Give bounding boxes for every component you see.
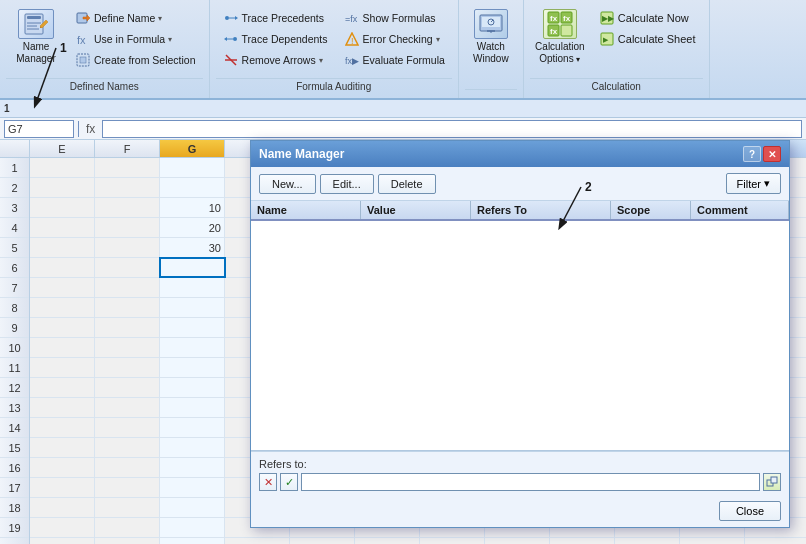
cell-J20[interactable]: [355, 538, 420, 544]
cell-O20[interactable]: [680, 538, 745, 544]
edit-button[interactable]: Edit...: [320, 174, 374, 194]
cell-G18[interactable]: [160, 498, 225, 517]
col-header-F[interactable]: F: [95, 140, 160, 157]
define-name-button[interactable]: Define Name ▾: [70, 8, 201, 28]
dialog-table-body[interactable]: [251, 221, 789, 451]
refers-to-x-button[interactable]: ✕: [259, 473, 277, 491]
cell-G11[interactable]: [160, 358, 225, 377]
cell-E17[interactable]: [30, 478, 95, 497]
dialog-close-button[interactable]: ✕: [763, 146, 781, 162]
calculate-sheet-button[interactable]: ▶ Calculate Sheet: [594, 29, 701, 49]
cell-F17[interactable]: [95, 478, 160, 497]
close-dialog-button[interactable]: Close: [719, 501, 781, 521]
error-checking-button[interactable]: ! Error Checking ▾: [339, 29, 450, 49]
cell-E3[interactable]: [30, 198, 95, 217]
cell-G4[interactable]: 20: [160, 218, 225, 237]
remove-arrows-button[interactable]: Remove Arrows ▾: [218, 50, 333, 70]
cell-E4[interactable]: [30, 218, 95, 237]
cell-G6[interactable]: [160, 258, 225, 277]
cell-E10[interactable]: [30, 338, 95, 357]
cell-G7[interactable]: [160, 278, 225, 297]
cell-G20[interactable]: [160, 538, 225, 544]
cell-G1[interactable]: [160, 158, 225, 177]
delete-button[interactable]: Delete: [378, 174, 436, 194]
cell-G5[interactable]: 30: [160, 238, 225, 257]
cell-I20[interactable]: [290, 538, 355, 544]
watch-window-button[interactable]: WatchWindow: [465, 4, 517, 70]
cell-G19[interactable]: [160, 518, 225, 537]
refers-to-expand-button[interactable]: [763, 473, 781, 491]
cell-G8[interactable]: [160, 298, 225, 317]
cell-E2[interactable]: [30, 178, 95, 197]
cell-F2[interactable]: [95, 178, 160, 197]
refers-to-input[interactable]: [301, 473, 760, 491]
cell-E18[interactable]: [30, 498, 95, 517]
cell-E8[interactable]: [30, 298, 95, 317]
cell-F18[interactable]: [95, 498, 160, 517]
cell-F11[interactable]: [95, 358, 160, 377]
cell-G17[interactable]: [160, 478, 225, 497]
refers-to-check-button[interactable]: ✓: [280, 473, 298, 491]
calculate-now-button[interactable]: ▶▶ Calculate Now: [594, 8, 701, 28]
formula-input[interactable]: [102, 120, 802, 138]
cell-L20[interactable]: [485, 538, 550, 544]
trace-dependents-button[interactable]: Trace Dependents: [218, 29, 333, 49]
cell-P20[interactable]: [745, 538, 806, 544]
new-button[interactable]: New...: [259, 174, 316, 194]
cell-M20[interactable]: [550, 538, 615, 544]
cell-F8[interactable]: [95, 298, 160, 317]
cell-E16[interactable]: [30, 458, 95, 477]
cell-F13[interactable]: [95, 398, 160, 417]
cell-F10[interactable]: [95, 338, 160, 357]
cell-E12[interactable]: [30, 378, 95, 397]
cell-N20[interactable]: [615, 538, 680, 544]
cell-F15[interactable]: [95, 438, 160, 457]
cell-E5[interactable]: [30, 238, 95, 257]
show-formulas-button[interactable]: =fx Show Formulas: [339, 8, 450, 28]
name-manager-button[interactable]: Name Manager: [6, 4, 66, 70]
cell-F4[interactable]: [95, 218, 160, 237]
cell-E20[interactable]: [30, 538, 95, 544]
filter-button[interactable]: Filter ▾: [726, 173, 781, 194]
calculation-options-button[interactable]: fx fx fx CalculationOptions ▾: [530, 4, 590, 70]
cell-E7[interactable]: [30, 278, 95, 297]
cell-G2[interactable]: [160, 178, 225, 197]
cell-F16[interactable]: [95, 458, 160, 477]
cell-F12[interactable]: [95, 378, 160, 397]
cell-E14[interactable]: [30, 418, 95, 437]
create-from-selection-button[interactable]: Create from Selection: [70, 50, 201, 70]
cell-F14[interactable]: [95, 418, 160, 437]
cell-F3[interactable]: [95, 198, 160, 217]
cell-G9[interactable]: [160, 318, 225, 337]
cell-G14[interactable]: [160, 418, 225, 437]
cell-F7[interactable]: [95, 278, 160, 297]
col-header-E[interactable]: E: [30, 140, 95, 157]
dialog-help-button[interactable]: ?: [743, 146, 761, 162]
cell-F9[interactable]: [95, 318, 160, 337]
cell-F1[interactable]: [95, 158, 160, 177]
cell-F5[interactable]: [95, 238, 160, 257]
cell-E9[interactable]: [30, 318, 95, 337]
cell-F20[interactable]: [95, 538, 160, 544]
cell-F6[interactable]: [95, 258, 160, 277]
cell-E1[interactable]: [30, 158, 95, 177]
name-box[interactable]: [4, 120, 74, 138]
cell-E11[interactable]: [30, 358, 95, 377]
use-in-formula-button[interactable]: fx Use in Formula ▾: [70, 29, 201, 49]
cell-G16[interactable]: [160, 458, 225, 477]
cell-G3[interactable]: 10: [160, 198, 225, 217]
cell-E6[interactable]: [30, 258, 95, 277]
col-header-G[interactable]: G: [160, 140, 225, 157]
cell-G12[interactable]: [160, 378, 225, 397]
cell-F19[interactable]: [95, 518, 160, 537]
evaluate-formula-button[interactable]: fx▶ Evaluate Formula: [339, 50, 450, 70]
cell-H20[interactable]: [225, 538, 290, 544]
cell-G15[interactable]: [160, 438, 225, 457]
cell-K20[interactable]: [420, 538, 485, 544]
cell-E13[interactable]: [30, 398, 95, 417]
cell-G10[interactable]: [160, 338, 225, 357]
cell-G13[interactable]: [160, 398, 225, 417]
cell-E15[interactable]: [30, 438, 95, 457]
trace-precedents-button[interactable]: Trace Precedents: [218, 8, 333, 28]
cell-E19[interactable]: [30, 518, 95, 537]
